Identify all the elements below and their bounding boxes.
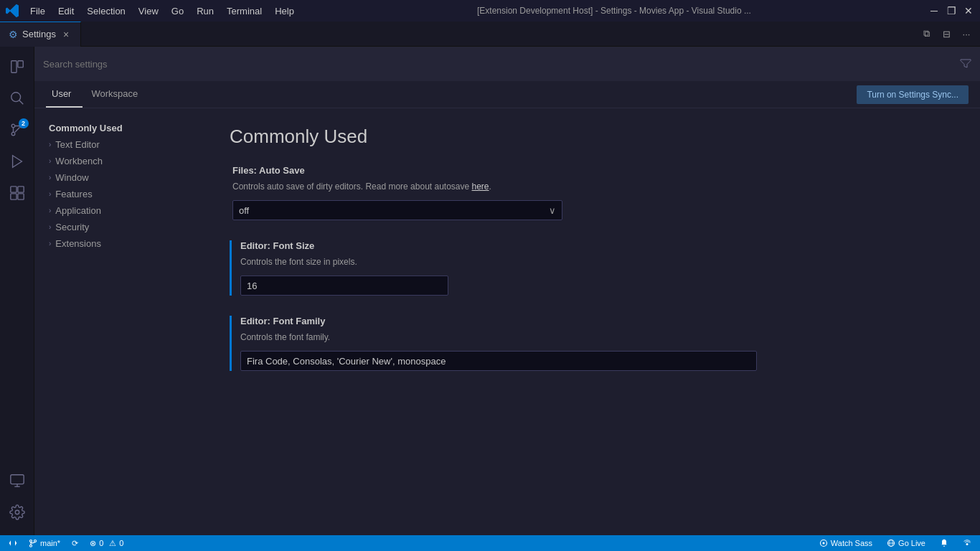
activity-settings-gear[interactable] bbox=[3, 498, 32, 527]
menu-selection[interactable]: Selection bbox=[81, 4, 131, 18]
svg-line-3 bbox=[19, 100, 23, 105]
filter-icon[interactable] bbox=[960, 57, 971, 71]
watch-sass-button[interactable]: Watch Sass bbox=[816, 535, 875, 551]
status-sync[interactable]: ⟳ bbox=[69, 535, 81, 551]
window-controls: ─ ❐ ✕ bbox=[928, 5, 974, 17]
main-layout: 2 bbox=[0, 47, 980, 535]
chevron-right-icon: › bbox=[49, 190, 51, 198]
auto-save-select[interactable]: off ∨ bbox=[232, 200, 562, 220]
sidebar-label-workbench: Workbench bbox=[55, 156, 103, 166]
vscode-logo bbox=[6, 4, 20, 18]
sidebar-commonly-used[interactable]: Commonly Used bbox=[34, 120, 207, 136]
activity-search[interactable] bbox=[3, 84, 32, 113]
status-bar: main* ⟳ ⊗ 0 ⚠ 0 Watch Sass Go Live bbox=[0, 535, 980, 551]
split-editor-icon[interactable]: ⊟ bbox=[938, 26, 954, 42]
setting-auto-save-description: Controls auto save of dirty editors. Rea… bbox=[232, 180, 957, 193]
font-size-input[interactable] bbox=[240, 276, 448, 296]
menu-terminal[interactable]: Terminal bbox=[221, 4, 268, 18]
broadcast-icon bbox=[963, 539, 971, 547]
sidebar-item-window[interactable]: › Window bbox=[34, 169, 207, 186]
tab-bar: ⚙ Settings × ⧉ ⊟ ··· bbox=[0, 22, 980, 47]
settings-tab-label: Settings bbox=[22, 29, 56, 39]
menu-run[interactable]: Run bbox=[191, 4, 220, 18]
settings-tabs: User Workspace Turn on Settings Sync... bbox=[34, 81, 980, 108]
search-input[interactable] bbox=[43, 59, 954, 70]
setting-font-size-label-bold: Font Size bbox=[273, 240, 315, 251]
setting-auto-save-label-bold: Auto Save bbox=[259, 165, 305, 176]
status-branch[interactable]: main* bbox=[26, 535, 63, 551]
go-live-label: Go Live bbox=[898, 539, 925, 547]
auto-save-value: off bbox=[239, 205, 249, 216]
status-errors[interactable]: ⊗ 0 ⚠ 0 bbox=[87, 535, 126, 551]
status-remote[interactable] bbox=[6, 535, 20, 551]
setting-font-family-label-bold: Font Family bbox=[273, 316, 326, 326]
sidebar-label-security: Security bbox=[55, 222, 89, 232]
menu-go[interactable]: Go bbox=[166, 4, 189, 18]
setting-auto-save-label: Files: Auto Save bbox=[232, 165, 957, 176]
svg-rect-12 bbox=[10, 475, 23, 484]
setting-font-size-description: Controls the font size in pixels. bbox=[240, 255, 957, 268]
status-notifications[interactable] bbox=[937, 535, 951, 551]
menu-file[interactable]: File bbox=[24, 4, 51, 18]
svg-rect-0 bbox=[11, 61, 16, 73]
sidebar-item-features[interactable]: › Features bbox=[34, 186, 207, 202]
sync-button[interactable]: Turn on Settings Sync... bbox=[857, 85, 969, 104]
warning-count: 0 bbox=[119, 539, 123, 547]
svg-rect-9 bbox=[17, 187, 23, 192]
settings-tab-close[interactable]: × bbox=[60, 29, 72, 40]
svg-point-18 bbox=[34, 540, 37, 542]
activity-explorer[interactable] bbox=[3, 52, 32, 81]
tab-bar-end: ⧉ ⊟ ··· bbox=[81, 26, 980, 42]
settings-body: Commonly Used › Text Editor › Workbench … bbox=[34, 108, 980, 535]
activity-extensions[interactable] bbox=[3, 179, 32, 207]
select-arrow-icon: ∨ bbox=[549, 205, 556, 216]
remote-icon bbox=[9, 539, 17, 547]
window-title: [Extension Development Host] - Settings … bbox=[300, 6, 928, 16]
chevron-right-icon: › bbox=[49, 240, 51, 248]
activity-run-debug[interactable] bbox=[3, 147, 32, 176]
sidebar-label-text-editor: Text Editor bbox=[55, 139, 99, 150]
activity-source-control[interactable]: 2 bbox=[3, 116, 32, 144]
setting-auto-save-label-prefix: Files: bbox=[232, 165, 259, 176]
watch-sass-label: Watch Sass bbox=[831, 539, 872, 547]
svg-point-16 bbox=[30, 540, 32, 542]
maximize-button[interactable]: ❐ bbox=[946, 5, 957, 17]
close-button[interactable]: ✕ bbox=[963, 5, 974, 17]
autosave-link[interactable]: here bbox=[472, 182, 489, 192]
setting-font-family-label: Editor: Font Family bbox=[240, 316, 957, 326]
svg-point-20 bbox=[822, 542, 824, 545]
setting-auto-save: Files: Auto Save Controls auto save of d… bbox=[230, 165, 957, 220]
activity-remote-explorer[interactable] bbox=[3, 466, 32, 495]
chevron-right-icon: › bbox=[49, 223, 51, 231]
error-icon: ⊗ bbox=[90, 539, 96, 548]
status-broadcast[interactable] bbox=[960, 535, 974, 551]
sidebar-item-text-editor[interactable]: › Text Editor bbox=[34, 136, 207, 153]
more-actions-icon[interactable]: ··· bbox=[958, 26, 974, 42]
sidebar-item-workbench[interactable]: › Workbench bbox=[34, 153, 207, 169]
font-family-input[interactable] bbox=[240, 351, 757, 371]
settings-search-bar bbox=[34, 47, 980, 81]
sidebar-item-security[interactable]: › Security bbox=[34, 219, 207, 235]
source-control-badge: 2 bbox=[19, 118, 29, 128]
sidebar-item-application[interactable]: › Application bbox=[34, 202, 207, 219]
sidebar-label-features: Features bbox=[55, 189, 92, 199]
settings-tab[interactable]: ⚙ Settings × bbox=[0, 22, 81, 47]
menu-edit[interactable]: Edit bbox=[52, 4, 80, 18]
svg-rect-11 bbox=[17, 194, 23, 199]
menu-help[interactable]: Help bbox=[269, 4, 300, 18]
menu-view[interactable]: View bbox=[133, 4, 164, 18]
sidebar-label-window: Window bbox=[55, 172, 88, 183]
go-live-button[interactable]: Go Live bbox=[884, 535, 928, 551]
sidebar-item-extensions[interactable]: › Extensions bbox=[34, 235, 207, 252]
open-editors-icon[interactable]: ⧉ bbox=[918, 26, 934, 42]
settings-tab-icon: ⚙ bbox=[9, 29, 18, 40]
chevron-right-icon: › bbox=[49, 174, 51, 182]
tab-user[interactable]: User bbox=[46, 81, 83, 108]
menu-bar: File Edit Selection View Go Run Terminal… bbox=[24, 4, 300, 18]
settings-content: Commonly Used Files: Auto Save Controls … bbox=[207, 108, 980, 535]
section-heading: Commonly Used bbox=[230, 126, 957, 148]
minimize-button[interactable]: ─ bbox=[928, 5, 940, 17]
svg-point-2 bbox=[11, 93, 20, 102]
svg-point-24 bbox=[966, 543, 969, 545]
tab-workspace[interactable]: Workspace bbox=[85, 81, 149, 108]
